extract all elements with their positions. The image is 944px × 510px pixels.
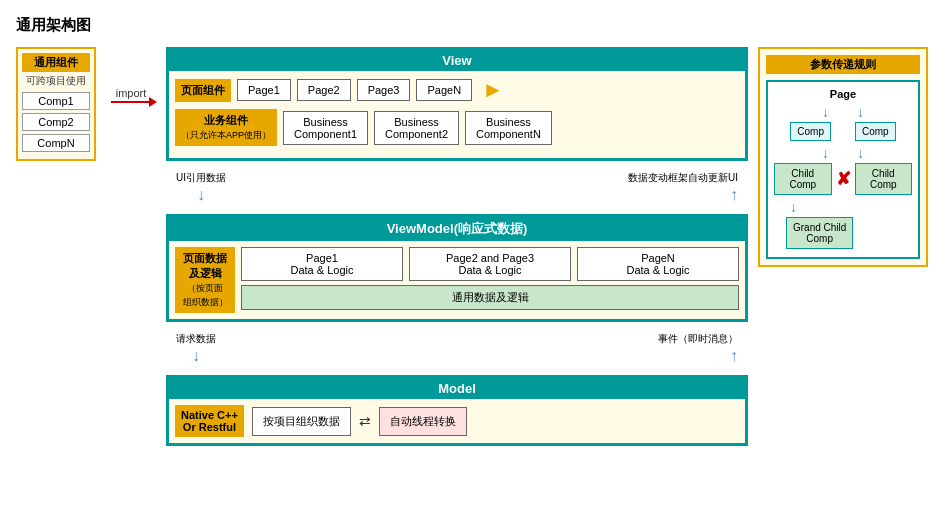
- param-rules-box: 参数传递规则 Page ↓ ↓ Comp Comp: [758, 47, 928, 267]
- down-arrow-5: ↓: [790, 199, 797, 215]
- model-label: Native C++Or Restful: [175, 405, 244, 437]
- model-box-1: 按项目组织数据: [252, 407, 351, 436]
- param-child-comp-2: ChildComp: [855, 163, 913, 195]
- business-row-label: 业务组件 （只允许本APP使用）: [175, 109, 277, 146]
- param-arrow-right: ↓: [857, 104, 864, 120]
- vm-pages: Page1Data & Logic Page2 and Page3Data & …: [241, 247, 739, 313]
- double-arrow-icon: ⇄: [359, 413, 371, 429]
- import-arrow-icon: [111, 101, 151, 103]
- param-inner-box: Page ↓ ↓ Comp Comp ↓: [766, 80, 920, 259]
- down-arrow-request: ↓: [192, 347, 200, 365]
- import-label: import: [116, 87, 147, 99]
- main-column: View 页面组件 Page1 Page2 Page3 PageN ►: [166, 47, 748, 446]
- param-grand-row: Grand ChildComp: [774, 217, 912, 249]
- business-comp-2: BusinessComponent2: [374, 111, 459, 145]
- param-child-comp-1: Child Comp: [774, 163, 832, 195]
- comp-item-2: Comp2: [22, 113, 90, 131]
- view-section: View 页面组件 Page1 Page2 Page3 PageN ►: [166, 47, 748, 161]
- param-comp-1: Comp: [790, 122, 831, 141]
- page-items: Page1 Page2 Page3 PageN ►: [237, 77, 504, 103]
- param-arrow-comp-left: ↓: [822, 145, 829, 161]
- universal-subtitle: 可跨项目使用: [26, 74, 86, 88]
- param-arrow-comp-right: ↓: [857, 145, 864, 161]
- import-arrow-area: import: [106, 87, 156, 103]
- viewmodel-header: ViewModel(响应式数据): [169, 217, 745, 241]
- business-comp-1: BusinessComponent1: [283, 111, 368, 145]
- param-arrows-row-1: ↓ ↓: [774, 104, 912, 120]
- param-page-label: Page: [774, 88, 912, 100]
- event-arrow-group: 事件（即时消息） ↑: [658, 332, 738, 365]
- vm-page-1: Page1Data & Logic: [241, 247, 403, 281]
- down-arrow-4: ↓: [857, 145, 864, 161]
- vm-label: 页面数据及逻辑（按页面组织数据）: [175, 247, 235, 313]
- data-update-label: 数据变动框架自动更新UI: [628, 171, 738, 185]
- universal-components-box: 通用组件 可跨项目使用 Comp1 Comp2 CompN: [16, 47, 96, 161]
- business-comp-n: BusinessComponentN: [465, 111, 552, 145]
- down-arrow-left: ↓: [197, 186, 205, 204]
- up-arrow-right: ↑: [730, 186, 738, 204]
- param-arrow-left: ↓: [822, 104, 829, 120]
- viewmodel-section: ViewModel(响应式数据) 页面数据及逻辑（按页面组织数据） Page1D…: [166, 214, 748, 322]
- business-items: BusinessComponent1 BusinessComponent2 Bu…: [283, 111, 552, 145]
- param-comps-row: Comp Comp: [774, 122, 912, 141]
- vm-page-23: Page2 and Page3Data & Logic: [409, 247, 571, 281]
- page-row: 页面组件 Page1 Page2 Page3 PageN ►: [175, 77, 739, 103]
- param-rules-title: 参数传递规则: [766, 55, 920, 74]
- page-1: Page1: [237, 79, 291, 101]
- page-2: Page2: [297, 79, 351, 101]
- business-row: 业务组件 （只允许本APP使用） BusinessComponent1 Busi…: [175, 109, 739, 146]
- param-grand-arrow-row: ↓: [774, 199, 912, 215]
- red-cross-icon: ✘: [836, 168, 851, 190]
- page-n: PageN: [416, 79, 472, 101]
- data-update-arrow-group: 数据变动框架自动更新UI ↑: [628, 171, 738, 204]
- model-double-arrow: ⇄: [359, 413, 371, 429]
- event-label: 事件（即时消息）: [658, 332, 738, 346]
- up-arrow-event: ↑: [730, 347, 738, 365]
- request-data-label: 请求数据: [176, 332, 216, 346]
- page-row-label: 页面组件: [175, 79, 231, 102]
- business-label-sub: （只允许本APP使用）: [181, 130, 271, 140]
- model-auto-box: 自动线程转换: [379, 407, 467, 436]
- param-child-row: Child Comp ✘ ChildComp: [774, 163, 912, 195]
- universal-title: 通用组件: [22, 53, 90, 72]
- comp-item-n: CompN: [22, 134, 90, 152]
- request-data-group: 请求数据 ↓: [176, 332, 216, 365]
- down-arrow-2: ↓: [857, 104, 864, 120]
- comp-item-1: Comp1: [22, 92, 90, 110]
- model-header: Model: [169, 378, 745, 399]
- param-grand-comp: Grand ChildComp: [786, 217, 853, 249]
- ui-data-arrow-group: UI引用数据 ↓: [176, 171, 226, 204]
- page-title: 通用架构图: [16, 16, 928, 35]
- orange-arrow-right: ►: [482, 77, 504, 103]
- model-section: Model Native C++Or Restful 按项目组织数据 ⇄ 自动线…: [166, 375, 748, 446]
- down-arrow-1: ↓: [822, 104, 829, 120]
- ui-data-label: UI引用数据: [176, 171, 226, 185]
- vm-common: 通用数据及逻辑: [241, 285, 739, 310]
- business-label-main: 业务组件: [204, 114, 248, 126]
- vm-label-text: 页面数据及逻辑（按页面组织数据）: [183, 251, 228, 309]
- between-view-vm: UI引用数据 ↓ 数据变动框架自动更新UI ↑: [166, 169, 748, 206]
- vm-row: 页面数据及逻辑（按页面组织数据） Page1Data & Logic Page2…: [175, 247, 739, 313]
- vm-pages-top: Page1Data & Logic Page2 and Page3Data & …: [241, 247, 739, 281]
- vm-page-n: PageNData & Logic: [577, 247, 739, 281]
- param-comp-2: Comp: [855, 122, 896, 141]
- param-arrows-row-2: ↓ ↓: [774, 145, 912, 161]
- view-header: View: [169, 50, 745, 71]
- between-vm-model: 请求数据 ↓ 事件（即时消息） ↑: [166, 330, 748, 367]
- down-arrow-3: ↓: [822, 145, 829, 161]
- page-3: Page3: [357, 79, 411, 101]
